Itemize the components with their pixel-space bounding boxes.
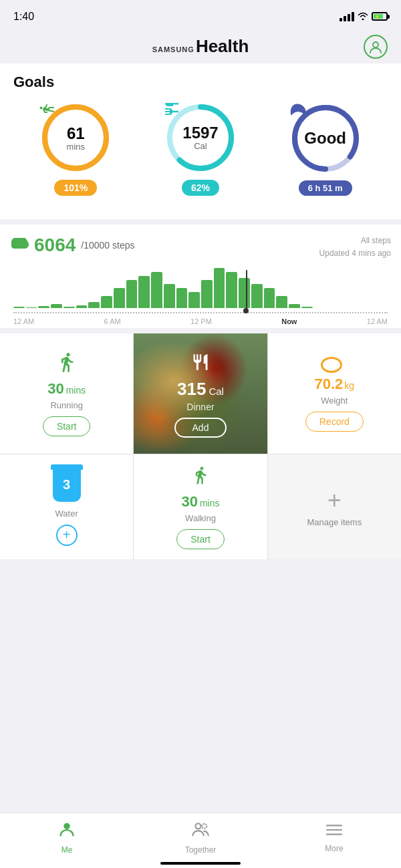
nav-me-label: Me bbox=[61, 845, 73, 855]
food-unit: Cal bbox=[194, 141, 207, 151]
chart-label-now: Now bbox=[281, 317, 297, 325]
nav-together-label: Together bbox=[185, 845, 217, 855]
goals-title: Goals bbox=[13, 74, 388, 91]
chart-label-12am-start: 12 AM bbox=[13, 317, 34, 325]
running-label: Running bbox=[50, 400, 82, 410]
wifi-icon bbox=[358, 11, 368, 22]
chart-bar bbox=[176, 288, 188, 308]
dinner-cal-value: 315 bbox=[177, 379, 206, 400]
chart-bar bbox=[214, 268, 225, 308]
chart-bar bbox=[276, 296, 287, 308]
nav-more-label: More bbox=[325, 844, 343, 853]
chart-bar bbox=[138, 276, 150, 308]
nav-together[interactable]: Together bbox=[134, 820, 267, 855]
activity-badge: 101% bbox=[54, 180, 97, 196]
svg-point-11 bbox=[195, 823, 200, 829]
walking-icon bbox=[190, 464, 211, 490]
walking-label: Walking bbox=[185, 513, 216, 523]
chart-bar bbox=[151, 272, 162, 308]
walking-cell[interactable]: 30 mins Walking Start bbox=[134, 454, 267, 559]
chart-bar bbox=[126, 280, 138, 308]
chart-bar bbox=[264, 288, 275, 308]
chart-bar bbox=[63, 307, 75, 308]
water-label: Water bbox=[55, 509, 78, 519]
steps-shoe-icon bbox=[10, 237, 29, 254]
nav-more-icon bbox=[325, 821, 344, 842]
running-start-button[interactable]: Start bbox=[43, 416, 91, 436]
chart-bar bbox=[251, 284, 263, 308]
sleep-circle: Good bbox=[289, 102, 362, 175]
nav-together-icon bbox=[191, 820, 210, 843]
water-cup-icon: 3 bbox=[53, 468, 81, 502]
signal-bars-icon bbox=[340, 12, 354, 21]
logo-health: Health bbox=[196, 36, 249, 57]
walking-start-button[interactable]: Start bbox=[176, 529, 225, 549]
water-add-button[interactable]: + bbox=[56, 525, 78, 546]
status-bar: 1:40 ⚡ bbox=[0, 0, 401, 29]
weight-value: 70.2 bbox=[315, 376, 344, 393]
dinner-cal-unit: Cal bbox=[209, 386, 224, 397]
chart-bar bbox=[226, 272, 237, 308]
manage-label: Manage items bbox=[307, 517, 362, 527]
nav-me-icon bbox=[57, 820, 76, 843]
goals-row: 61 mins 101% 1597 bbox=[13, 101, 388, 196]
status-time: 1:40 bbox=[13, 11, 34, 23]
food-badge: 62% bbox=[182, 180, 219, 196]
water-count: 3 bbox=[63, 477, 70, 492]
running-cell[interactable]: 30 mins Running Start bbox=[0, 333, 133, 454]
goal-sleep[interactable]: Good 6 h 51 m bbox=[289, 102, 362, 196]
home-indicator bbox=[160, 862, 241, 865]
svg-point-10 bbox=[63, 823, 70, 829]
chart-labels: 12 AM 6 AM 12 PM Now 12 AM bbox=[10, 315, 391, 325]
manage-items-cell[interactable]: + Manage items bbox=[268, 454, 401, 559]
sleep-badge: 6 h 51 m bbox=[299, 180, 352, 196]
chart-bar bbox=[76, 305, 88, 309]
profile-button[interactable] bbox=[364, 35, 388, 59]
steps-chart: 12 AM 6 AM 12 PM Now 12 AM bbox=[10, 268, 391, 321]
steps-count: 6064 bbox=[34, 235, 76, 256]
battery-icon: ⚡ bbox=[372, 12, 388, 21]
running-unit: mins bbox=[66, 385, 86, 396]
nav-me[interactable]: Me bbox=[0, 820, 134, 855]
goal-food[interactable]: 1597 Cal 62% bbox=[164, 101, 237, 196]
sleep-value: Good bbox=[304, 130, 346, 146]
logo-samsung: SAMSUNG bbox=[152, 45, 194, 53]
chart-bar bbox=[301, 307, 313, 308]
steps-card[interactable]: 6064 /10000 steps All steps Updated 4 mi… bbox=[0, 225, 401, 328]
walking-value: 30 bbox=[181, 493, 197, 511]
chart-label-12am-end: 12 AM bbox=[367, 317, 388, 325]
steps-info: All steps Updated 4 mins ago bbox=[319, 235, 391, 260]
chart-bar bbox=[201, 280, 213, 308]
running-icon bbox=[56, 351, 78, 378]
activity-circle: 61 mins bbox=[39, 101, 112, 174]
chart-bar bbox=[114, 288, 125, 308]
chart-bar bbox=[164, 284, 175, 308]
chart-bar bbox=[38, 306, 49, 309]
weight-cell[interactable]: 70.2 kg Weight Record bbox=[268, 333, 401, 454]
food-fork-icon bbox=[191, 353, 210, 376]
chart-bar bbox=[88, 302, 100, 309]
water-cell[interactable]: 3 Water + bbox=[0, 454, 133, 559]
svg-point-8 bbox=[323, 359, 340, 371]
app-header: SAMSUNG Health bbox=[0, 29, 401, 63]
dinner-cell[interactable]: 315 Cal Dinner Add bbox=[134, 333, 267, 454]
nav-more[interactable]: More bbox=[267, 821, 401, 853]
weight-record-button[interactable]: Record bbox=[305, 412, 364, 432]
weight-unit: kg bbox=[344, 380, 354, 391]
app-logo: SAMSUNG Health bbox=[152, 36, 249, 57]
food-value: 1597 bbox=[182, 125, 218, 141]
steps-chart-bars bbox=[10, 268, 391, 308]
bottom-nav: Me Together More bbox=[0, 813, 401, 868]
dinner-add-button[interactable]: Add bbox=[174, 418, 227, 438]
steps-all-label: All steps bbox=[319, 235, 391, 247]
goals-section: Goals 61 mins 101% bbox=[0, 63, 401, 219]
food-overlay: 315 Cal Dinner Add bbox=[168, 333, 234, 454]
steps-updated: Updated 4 mins ago bbox=[319, 247, 391, 260]
chart-bar bbox=[239, 278, 250, 309]
chart-bar bbox=[51, 304, 62, 308]
svg-point-0 bbox=[373, 42, 378, 47]
goal-activity[interactable]: 61 mins 101% bbox=[39, 101, 112, 196]
chart-bar bbox=[188, 292, 200, 308]
chart-bar bbox=[26, 307, 37, 308]
running-value: 30 bbox=[47, 380, 63, 398]
